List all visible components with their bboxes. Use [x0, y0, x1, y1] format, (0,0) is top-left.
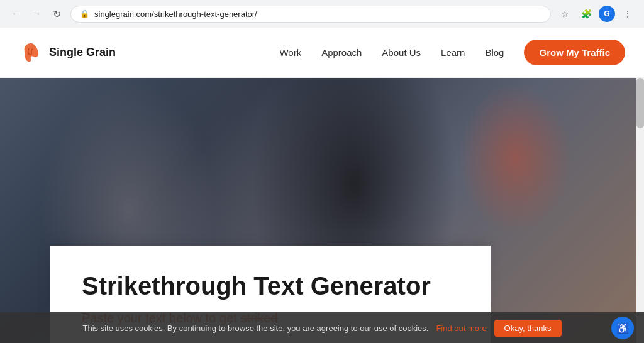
lock-icon: 🔒 [80, 9, 89, 18]
reload-button[interactable]: ↻ [48, 5, 65, 23]
cookie-banner: This site uses cookies. By continuing to… [0, 312, 644, 343]
scrollbar-thumb[interactable] [636, 78, 644, 128]
logo-icon [19, 41, 43, 65]
nav-about[interactable]: About Us [382, 47, 421, 58]
menu-button[interactable]: ⋮ [619, 5, 636, 23]
site-header: Single Grain Work Approach About Us Lear… [0, 28, 644, 78]
nav-blog[interactable]: Blog [485, 47, 504, 58]
nav-work[interactable]: Work [279, 47, 301, 58]
website: Single Grain Work Approach About Us Lear… [0, 28, 644, 343]
accessibility-button[interactable]: ♿ [611, 317, 634, 339]
forward-button[interactable]: → [28, 5, 45, 23]
nav-buttons: ← → ↻ [8, 5, 65, 23]
browser-chrome: ← → ↻ 🔒 singlegrain.com/strikethrough-te… [0, 0, 644, 28]
browser-toolbar: ← → ↻ 🔒 singlegrain.com/strikethrough-te… [0, 0, 644, 28]
address-bar[interactable]: 🔒 singlegrain.com/strikethrough-text-gen… [70, 6, 551, 23]
nav-learn[interactable]: Learn [441, 47, 465, 58]
cookie-message: This site uses cookies. By continuing to… [82, 324, 428, 333]
cookie-accept-button[interactable]: Okay, thanks [494, 320, 562, 337]
cookie-find-out-more[interactable]: Find out more [436, 324, 486, 333]
accessibility-icon: ♿ [616, 322, 629, 334]
scrollbar-track [636, 78, 644, 343]
browser-actions: ☆ 🧩 G ⋮ [556, 5, 636, 23]
back-button[interactable]: ← [8, 5, 25, 23]
bookmark-button[interactable]: ☆ [556, 5, 574, 23]
nav-menu: Work Approach About Us Learn Blog Grow M… [279, 40, 625, 65]
hero-section: Strikethrough Text Generator Paste your … [0, 78, 644, 343]
logo-text: Single Grain [49, 46, 116, 59]
nav-approach[interactable]: Approach [321, 47, 362, 58]
cta-button[interactable]: Grow My Traffic [524, 40, 625, 65]
url-text: singlegrain.com/strikethrough-text-gener… [94, 9, 541, 19]
profile-button[interactable]: G [599, 6, 615, 22]
extensions-button[interactable]: 🧩 [577, 5, 595, 23]
page-title: Strikethrough Text Generator [82, 271, 459, 301]
logo-area[interactable]: Single Grain [19, 41, 116, 65]
